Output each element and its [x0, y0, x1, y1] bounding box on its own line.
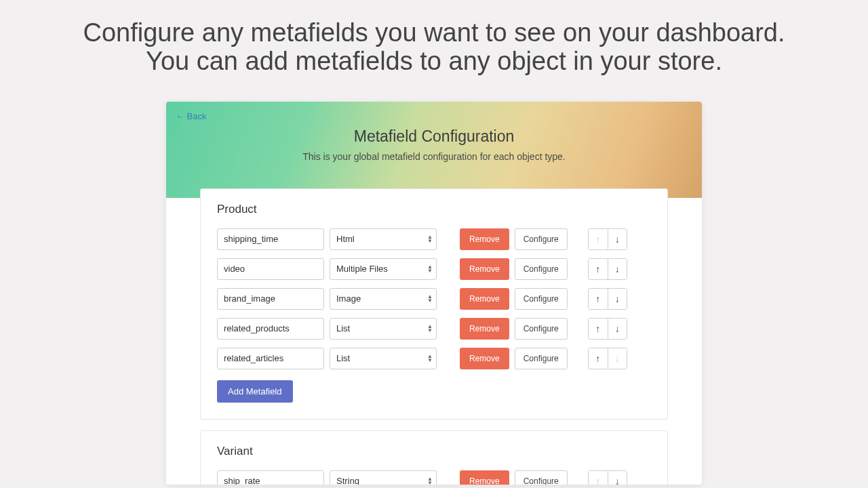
- marketing-line-2: You can add metafields to any object in …: [27, 47, 841, 76]
- configure-button[interactable]: Configure: [515, 228, 568, 250]
- configure-button[interactable]: Configure: [515, 348, 568, 369]
- back-link[interactable]: ← Back: [176, 111, 207, 121]
- sort-group: ↑↓: [588, 348, 627, 369]
- metafield-type-value[interactable]: List: [330, 348, 437, 369]
- page-subtitle: This is your global metafield configurat…: [176, 151, 692, 162]
- metafield-name-input[interactable]: [217, 258, 324, 280]
- metafield-type-select[interactable]: Image▲▼: [330, 288, 437, 310]
- sort-group: ↑↓: [588, 258, 627, 280]
- sort-group: ↑↓: [588, 470, 627, 485]
- metafield-type-select[interactable]: List▲▼: [330, 348, 437, 369]
- move-up-button: ↑: [589, 471, 608, 485]
- metafield-row: Html▲▼RemoveConfigure↑↓: [217, 228, 651, 250]
- configure-button[interactable]: Configure: [515, 258, 568, 280]
- metafield-type-value[interactable]: Multiple Files: [330, 258, 437, 280]
- add-metafield-button[interactable]: Add Metafield: [217, 380, 293, 403]
- metafield-type-value[interactable]: Image: [330, 288, 437, 310]
- move-up-button[interactable]: ↑: [589, 348, 608, 369]
- move-down-button[interactable]: ↓: [608, 229, 627, 249]
- move-up-button[interactable]: ↑: [589, 259, 608, 279]
- metafield-row: Multiple Files▲▼RemoveConfigure↑↓: [217, 258, 651, 280]
- section-title: Variant: [217, 445, 651, 458]
- move-down-button[interactable]: ↓: [608, 471, 627, 485]
- move-down-button: ↓: [608, 348, 627, 369]
- remove-button[interactable]: Remove: [460, 258, 509, 280]
- app-header: ← Back Metafield Configuration This is y…: [166, 102, 702, 198]
- metafield-row: Image▲▼RemoveConfigure↑↓: [217, 288, 651, 310]
- marketing-header: Configure any metafields you want to see…: [0, 0, 868, 83]
- section-title: Product: [217, 203, 651, 216]
- metafield-type-value[interactable]: List: [330, 318, 437, 340]
- remove-button[interactable]: Remove: [460, 228, 509, 250]
- app-window: ← Back Metafield Configuration This is y…: [166, 102, 702, 485]
- metafield-name-input[interactable]: [217, 318, 324, 340]
- marketing-line-1: Configure any metafields you want to see…: [27, 19, 841, 47]
- section-card: VariantString▲▼RemoveConfigure↑↓: [200, 430, 668, 485]
- configure-button[interactable]: Configure: [515, 318, 568, 340]
- move-up-button: ↑: [589, 229, 608, 249]
- configure-button[interactable]: Configure: [515, 288, 568, 310]
- content-area: ProductHtml▲▼RemoveConfigure↑↓Multiple F…: [200, 188, 668, 485]
- metafield-type-value[interactable]: Html: [330, 228, 437, 250]
- sort-group: ↑↓: [588, 228, 627, 250]
- move-up-button[interactable]: ↑: [589, 289, 608, 309]
- remove-button[interactable]: Remove: [460, 470, 509, 485]
- metafield-name-input[interactable]: [217, 348, 324, 369]
- metafield-name-input[interactable]: [217, 470, 324, 485]
- metafield-name-input[interactable]: [217, 288, 324, 310]
- metafield-type-select[interactable]: Multiple Files▲▼: [330, 258, 437, 280]
- metafield-row: String▲▼RemoveConfigure↑↓: [217, 470, 651, 485]
- metafield-row: List▲▼RemoveConfigure↑↓: [217, 348, 651, 369]
- remove-button[interactable]: Remove: [460, 288, 509, 310]
- configure-button[interactable]: Configure: [515, 470, 568, 485]
- section-card: ProductHtml▲▼RemoveConfigure↑↓Multiple F…: [200, 188, 668, 420]
- metafield-type-select[interactable]: Html▲▼: [330, 228, 437, 250]
- move-down-button[interactable]: ↓: [608, 289, 627, 309]
- move-up-button[interactable]: ↑: [589, 319, 608, 339]
- metafield-type-select[interactable]: List▲▼: [330, 318, 437, 340]
- remove-button[interactable]: Remove: [460, 318, 509, 340]
- metafield-row: List▲▼RemoveConfigure↑↓: [217, 318, 651, 340]
- metafield-type-select[interactable]: String▲▼: [330, 470, 437, 485]
- sort-group: ↑↓: [588, 288, 627, 310]
- metafield-type-value[interactable]: String: [330, 470, 437, 485]
- page-title: Metafield Configuration: [176, 127, 692, 146]
- move-down-button[interactable]: ↓: [608, 259, 627, 279]
- move-down-button[interactable]: ↓: [608, 319, 627, 339]
- metafield-name-input[interactable]: [217, 228, 324, 250]
- sort-group: ↑↓: [588, 318, 627, 340]
- remove-button[interactable]: Remove: [460, 348, 509, 369]
